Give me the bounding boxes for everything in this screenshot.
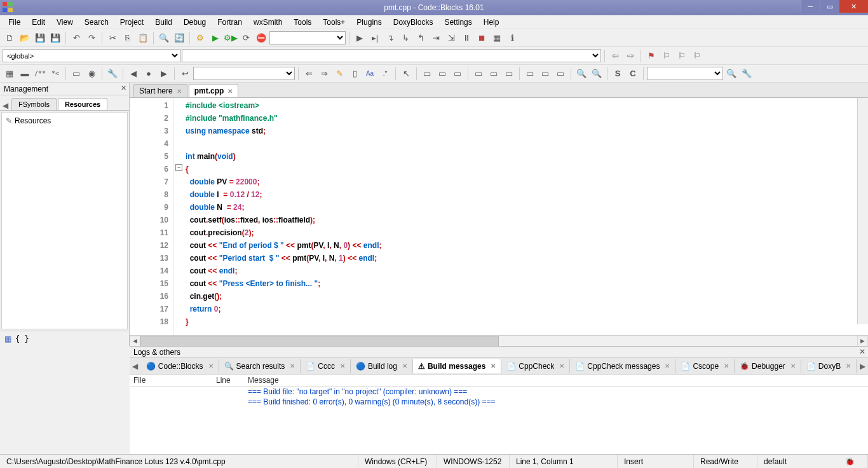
break-debug-icon[interactable]: ⏸ — [459, 31, 473, 45]
match-case-icon[interactable]: Aa — [363, 67, 377, 81]
vertical-scrollbar[interactable] — [857, 98, 868, 324]
c-icon[interactable]: C — [626, 67, 640, 81]
box8-icon[interactable]: ▭ — [538, 67, 552, 81]
build-run-icon[interactable]: ⚙▶ — [224, 31, 238, 45]
find-icon[interactable]: 🔍 — [157, 31, 171, 45]
next-instr-icon[interactable]: ⇥ — [429, 31, 443, 45]
cut-icon[interactable]: ✂ — [105, 31, 119, 45]
html-doc-icon[interactable]: ◉ — [85, 67, 98, 81]
config-icon[interactable]: 🔧 — [105, 67, 119, 81]
minimize-button[interactable]: ─ — [801, 0, 820, 13]
menu-tools[interactable]: Tools — [288, 16, 317, 29]
logs-tab-codeblocks[interactable]: 🔵Code::Blocks✕ — [141, 359, 219, 373]
box4-icon[interactable]: ▭ — [471, 67, 485, 81]
mgmt-tab-left-icon[interactable]: ◀ — [0, 101, 10, 110]
code-area[interactable]: 123456789101112131415161718 − #include <… — [130, 98, 868, 335]
zoom-in-icon[interactable]: 🔍 — [574, 67, 588, 81]
box6-icon[interactable]: ▭ — [502, 67, 516, 81]
next-func-icon[interactable]: ⇒ — [317, 67, 331, 81]
doxy-block-icon[interactable]: ▦ — [3, 67, 17, 81]
fold-column[interactable]: − — [174, 98, 186, 335]
abort-icon[interactable]: ⛔ — [254, 31, 268, 45]
tree-root-item[interactable]: ✎ Resources — [6, 115, 123, 127]
logs-tab-cscope[interactable]: 📄Cscope✕ — [675, 359, 735, 373]
menu-build[interactable]: Build — [149, 16, 178, 29]
s-icon[interactable]: S — [611, 67, 625, 81]
build-target-select[interactable] — [269, 31, 346, 45]
menu-wxsmith[interactable]: wxSmith — [248, 16, 288, 29]
small-wrench-icon[interactable]: 🔧 — [740, 67, 754, 81]
fold-toggle-icon[interactable]: − — [175, 164, 182, 171]
tab-close-icon[interactable]: ✕ — [290, 362, 295, 369]
tab-close-icon[interactable]: ✕ — [491, 362, 496, 369]
menu-search[interactable]: Search — [79, 16, 114, 29]
menu-fortran[interactable]: Fortran — [212, 16, 248, 29]
logs-tab-left-icon[interactable]: ◀ — [130, 362, 141, 371]
menu-doxyblocks[interactable]: DoxyBlocks — [388, 16, 439, 29]
extra-select[interactable] — [647, 67, 723, 80]
log-row[interactable]: === Build file: "no target" in "no proje… — [130, 387, 868, 397]
box7-icon[interactable]: ▭ — [523, 67, 537, 81]
maximize-button[interactable]: ▭ — [820, 0, 839, 13]
management-tree[interactable]: ✎ Resources — [1, 112, 128, 329]
menu-plugins[interactable]: Plugins — [351, 16, 387, 29]
box5-icon[interactable]: ▭ — [487, 67, 501, 81]
comment2-icon[interactable]: *< — [48, 67, 62, 81]
logs-tab-buildmessages[interactable]: ⚠Build messages✕ — [413, 359, 501, 373]
highlight-icon[interactable]: ✎ — [332, 67, 346, 81]
logs-tab-debugger[interactable]: 🐞Debugger✕ — [735, 359, 801, 373]
save-all-icon[interactable]: 💾 — [48, 31, 62, 45]
step-out-icon[interactable]: ↰ — [414, 31, 428, 45]
scope-select[interactable]: <global> — [3, 49, 180, 62]
logs-tab-searchresults[interactable]: 🔍Search results✕ — [219, 359, 301, 373]
mgmt-tab-fsymbols[interactable]: FSymbols — [11, 98, 57, 110]
tab-close-icon[interactable]: ✕ — [665, 362, 670, 369]
rebuild-icon[interactable]: ⟳ — [239, 31, 253, 45]
paste-icon[interactable]: 📋 — [136, 31, 150, 45]
jump-fwd-icon[interactable]: ⇨ — [623, 49, 637, 63]
logs-tab-cccc[interactable]: 📄Cccc✕ — [301, 359, 351, 373]
tab-close-icon[interactable]: ✕ — [559, 362, 564, 369]
tab-close-icon[interactable]: ✕ — [402, 362, 407, 369]
zoom-out-icon[interactable]: 🔍 — [590, 67, 604, 81]
doxy-line-icon[interactable]: ▬ — [18, 67, 32, 81]
regex-icon[interactable]: .* — [378, 67, 392, 81]
menu-edit[interactable]: Edit — [26, 16, 51, 29]
mgmt-tab-resources[interactable]: Resources — [58, 98, 107, 110]
box1-icon[interactable]: ▭ — [420, 67, 434, 81]
pointer-icon[interactable]: ↖ — [399, 67, 413, 81]
tab-close-icon[interactable]: ✕ — [724, 362, 729, 369]
debug-windows-icon[interactable]: ▦ — [490, 31, 504, 45]
menu-project[interactable]: Project — [114, 16, 149, 29]
logs-tab-right-icon[interactable]: ▶ — [857, 362, 868, 371]
logs-close-icon[interactable]: ✕ — [859, 347, 865, 356]
tab-close-icon[interactable]: ✕ — [790, 362, 796, 369]
tab-close-icon[interactable]: ✕ — [177, 88, 182, 95]
menu-settings[interactable]: Settings — [438, 16, 477, 29]
box3-icon[interactable]: ▭ — [451, 67, 465, 81]
debug-continue-icon[interactable]: ▶ — [353, 31, 367, 45]
scroll-left-icon[interactable]: ◀ — [130, 336, 140, 347]
save-icon[interactable]: 💾 — [33, 31, 47, 45]
scroll-right-icon[interactable]: ▶ — [857, 336, 868, 347]
menu-view[interactable]: View — [51, 16, 79, 29]
bookmark-prev-icon[interactable]: ⚐ — [660, 49, 674, 63]
new-file-icon[interactable]: 🗋 — [3, 31, 17, 45]
selection-icon[interactable]: ▯ — [348, 67, 362, 81]
nav-fwd-icon[interactable]: ▶ — [157, 67, 171, 81]
menu-file[interactable]: File — [3, 16, 26, 29]
horizontal-scrollbar[interactable]: ◀ ▶ — [130, 335, 868, 346]
code-text[interactable]: #include <iostream>#include "mathfinance… — [186, 98, 868, 335]
run-icon[interactable]: ▶ — [208, 31, 222, 45]
redo-icon[interactable]: ↷ — [85, 31, 98, 45]
logs-body[interactable]: File Line Message === Build file: "no ta… — [130, 375, 868, 454]
symbol-select[interactable] — [182, 49, 601, 62]
close-button[interactable]: ✕ — [839, 0, 868, 13]
run-doxy-icon[interactable]: ▭ — [69, 67, 83, 81]
nav-back-icon[interactable]: ◀ — [126, 67, 140, 81]
jump-select[interactable] — [193, 67, 295, 80]
menu-debug[interactable]: Debug — [178, 16, 212, 29]
prev-func-icon[interactable]: ⇐ — [302, 67, 316, 81]
editor-tab[interactable]: pmt.cpp✕ — [189, 84, 239, 97]
tab-close-icon[interactable]: ✕ — [227, 88, 233, 95]
